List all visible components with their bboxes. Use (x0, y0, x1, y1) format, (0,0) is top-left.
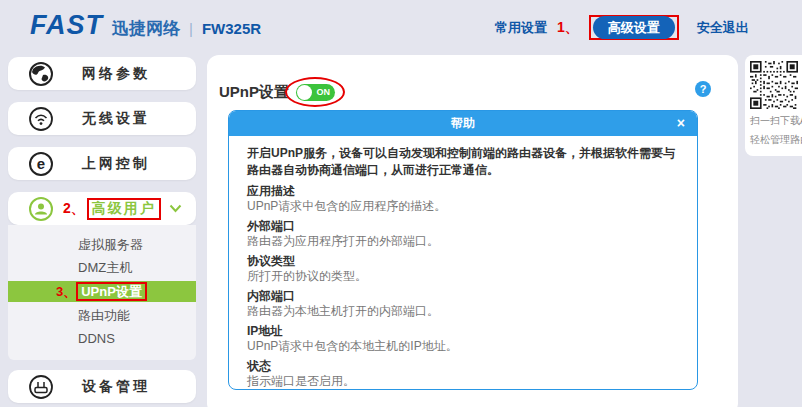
submenu-item-label: UPnP设置 (76, 282, 147, 301)
nav-advanced-settings[interactable]: 高级设置 (593, 16, 675, 39)
nav-safe-exit[interactable]: 安全退出 (697, 19, 749, 37)
submenu-item-ddns[interactable]: DDNS (8, 327, 196, 350)
section-body: 所打开的协议的类型。 (247, 269, 679, 284)
sidebar-item-label: 高级用户 (87, 198, 161, 220)
help-section: IP地址 UPnP请求中包含的本地主机的IP地址。 (247, 324, 679, 354)
help-icon[interactable]: ? (695, 81, 711, 97)
wifi-icon (28, 106, 54, 132)
app-download-panel: 扫一扫下载APP 轻松管理路由器 (745, 55, 802, 156)
router-model: FW325R (202, 20, 261, 37)
dialog-intro: 开启UPnP服务，设备可以自动发现和控制前端的路由器设备，并根据软件需要与路由器… (247, 145, 679, 179)
sidebar-item-label: 设备管理 (82, 378, 150, 396)
router-admin-page: FAST 迅捷网络 | FW325R 常用设置 1、 高级设置 安全退出 网络参… (0, 0, 802, 407)
qr-caption-line2: 轻松管理路由器 (750, 132, 802, 147)
sidebar-item-label: 上网控制 (82, 155, 150, 173)
help-section: 状态 指示端口是否启用。 (247, 359, 679, 389)
brand-name: 迅捷网络 (112, 17, 180, 40)
help-section: 内部端口 路由器为本地主机打开的内部端口。 (247, 289, 679, 319)
toggle-on-label: ON (317, 84, 331, 101)
annotation-step-3: 3、 (56, 280, 76, 303)
globe-icon (28, 61, 54, 87)
section-body: 指示端口是否启用。 (247, 374, 679, 389)
sidebar-item-label: 网络参数 (82, 65, 150, 83)
section-heading: 状态 (247, 359, 679, 374)
submenu-item-dmz-host[interactable]: DMZ主机 (8, 256, 196, 279)
section-heading: IP地址 (247, 324, 679, 339)
section-body: UPnP请求中包含的应用程序的描述。 (247, 199, 679, 214)
section-heading: 应用描述 (247, 184, 679, 199)
nav-common-settings[interactable]: 常用设置 (495, 19, 547, 37)
submenu-item-routing[interactable]: 路由功能 (8, 304, 196, 327)
browser-e-icon: e (28, 151, 54, 177)
qr-caption-line1: 扫一扫下载APP (750, 113, 802, 128)
submenu-item-virtual-server[interactable]: 虚拟服务器 (8, 233, 196, 256)
top-nav: 常用设置 1、 高级设置 安全退出 (495, 15, 749, 40)
svg-text:e: e (37, 155, 45, 172)
fast-logo: FAST (30, 13, 103, 37)
help-section: 协议类型 所打开的协议的类型。 (247, 254, 679, 284)
section-body: 路由器为应用程序打开的外部端口。 (247, 234, 679, 249)
sidebar-item-advanced-user[interactable]: 2、 高级用户 (8, 192, 196, 225)
chevron-down-icon (169, 204, 182, 213)
annotation-ellipse (285, 77, 345, 107)
main-content: UPnP设置 ON ? 帮助 × 开启UPnP服务，设备可以自动发现和控制前端的… (207, 55, 738, 407)
annotation-box-advanced: 高级设置 (589, 15, 679, 40)
section-heading: 协议类型 (247, 254, 679, 269)
annotation-step-1: 1、 (557, 19, 579, 37)
help-section: 应用描述 UPnP请求中包含的应用程序的描述。 (247, 184, 679, 214)
qr-code-icon (750, 61, 798, 109)
dialog-body: 开启UPnP服务，设备可以自动发现和控制前端的路由器设备，并根据软件需要与路由器… (229, 136, 697, 390)
section-body: 路由器为本地主机打开的内部端口。 (247, 304, 679, 319)
sidebar: 网络参数 无线设置 e 上网控制 2、 高 (8, 57, 196, 407)
advanced-user-submenu: 虚拟服务器 DMZ主机 3、 UPnP设置 路由功能 DDNS (8, 225, 196, 360)
brand-separator: | (189, 20, 193, 37)
help-section: 外部端口 路由器为应用程序打开的外部端口。 (247, 219, 679, 249)
sidebar-item-parental-control[interactable]: e 上网控制 (8, 147, 196, 180)
dialog-header: 帮助 × (229, 111, 697, 136)
close-icon[interactable]: × (677, 111, 685, 136)
router-icon (28, 374, 54, 400)
brand-header: FAST 迅捷网络 | FW325R (30, 13, 261, 40)
section-heading: 外部端口 (247, 219, 679, 234)
page-title: UPnP设置 (219, 83, 289, 102)
section-body: UPnP请求中包含的本地主机的IP地址。 (247, 339, 679, 354)
sidebar-item-wireless[interactable]: 无线设置 (8, 102, 196, 135)
sidebar-item-device-management[interactable]: 设备管理 (8, 370, 196, 403)
toggle-knob (297, 85, 312, 100)
annotation-step-2: 2、 (63, 200, 85, 218)
upnp-title-row: UPnP设置 ON (219, 83, 335, 102)
help-dialog: 帮助 × 开启UPnP服务，设备可以自动发现和控制前端的路由器设备，并根据软件需… (228, 110, 698, 390)
upnp-toggle[interactable]: ON (296, 84, 335, 101)
submenu-item-upnp-active[interactable]: 3、 UPnP设置 (8, 281, 196, 302)
sidebar-item-network-params[interactable]: 网络参数 (8, 57, 196, 90)
section-heading: 内部端口 (247, 289, 679, 304)
sidebar-item-label: 无线设置 (82, 110, 150, 128)
user-icon (28, 196, 54, 222)
dialog-title: 帮助 (451, 116, 475, 130)
